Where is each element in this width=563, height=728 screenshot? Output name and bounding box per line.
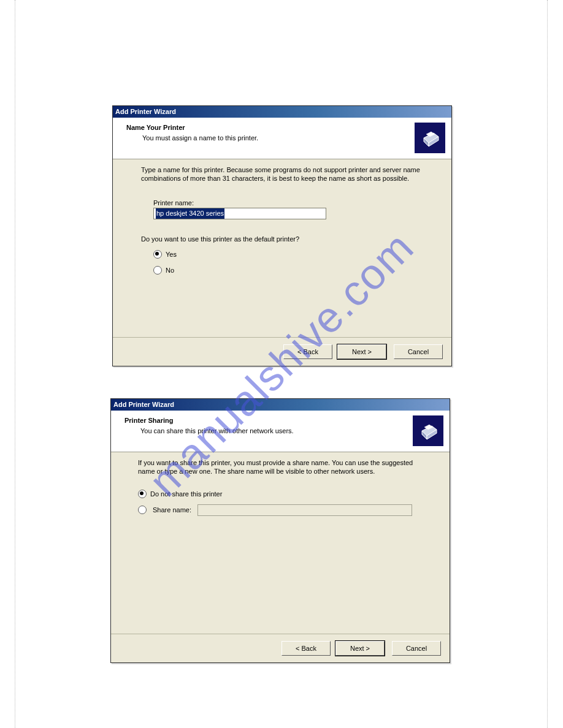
dialog-name-printer: Add Printer Wizard Name Your Printer You… xyxy=(112,105,452,366)
radio-do-not-share[interactable] xyxy=(138,490,147,498)
dialog-header: Name Your Printer You must assign a name… xyxy=(113,118,451,159)
back-button[interactable]: < Back xyxy=(283,344,332,359)
printer-icon xyxy=(415,123,445,153)
header-title: Printer Sharing xyxy=(124,417,173,424)
cancel-button[interactable]: Cancel xyxy=(394,344,443,359)
dialog-footer: < Back Next > Cancel xyxy=(113,337,451,366)
next-button[interactable]: Next > xyxy=(335,641,385,656)
dialog-header: Printer Sharing You can share this print… xyxy=(111,411,450,452)
radio-share-label: Share name: xyxy=(153,506,191,514)
instruction-text: If you want to share this printer, you m… xyxy=(138,459,421,476)
default-printer-question: Do you want to use this printer as the d… xyxy=(141,235,423,243)
header-subtitle: You can share this printer with other ne… xyxy=(140,427,294,434)
printer-name-label: Printer name: xyxy=(153,199,423,207)
radio-no-label: No xyxy=(166,267,174,274)
back-button[interactable]: < Back xyxy=(282,641,331,656)
radio-do-not-share-row[interactable]: Do not share this printer xyxy=(138,490,421,498)
radio-no[interactable] xyxy=(153,266,162,275)
next-button[interactable]: Next > xyxy=(337,344,386,359)
printer-name-value: hp deskjet 3420 series xyxy=(156,208,224,219)
dialog-title: Add Printer Wizard xyxy=(111,399,450,411)
radio-do-not-share-label: Do not share this printer xyxy=(150,490,222,498)
cancel-button[interactable]: Cancel xyxy=(392,641,441,656)
radio-share[interactable] xyxy=(138,506,147,514)
printer-name-input[interactable]: hp deskjet 3420 series xyxy=(153,208,326,219)
dialog-body: Type a name for this printer. Because so… xyxy=(113,160,451,336)
dialog-footer: < Back Next > Cancel xyxy=(111,634,450,662)
radio-yes-label: Yes xyxy=(166,251,177,258)
header-subtitle: You must assign a name to this printer. xyxy=(142,134,258,142)
radio-no-row[interactable]: No xyxy=(153,266,423,275)
printer-icon xyxy=(413,415,443,446)
radio-yes-row[interactable]: Yes xyxy=(153,250,423,259)
dialog-printer-sharing: Add Printer Wizard Printer Sharing You c… xyxy=(110,398,450,663)
dialog-title: Add Printer Wizard xyxy=(113,106,451,118)
radio-share-row[interactable]: Share name: xyxy=(138,504,421,516)
instruction-text: Type a name for this printer. Because so… xyxy=(141,166,423,183)
dialog-body: If you want to share this printer, you m… xyxy=(111,453,450,633)
header-title: Name Your Printer xyxy=(126,124,185,131)
radio-yes[interactable] xyxy=(153,250,162,259)
share-name-input[interactable] xyxy=(197,504,412,516)
